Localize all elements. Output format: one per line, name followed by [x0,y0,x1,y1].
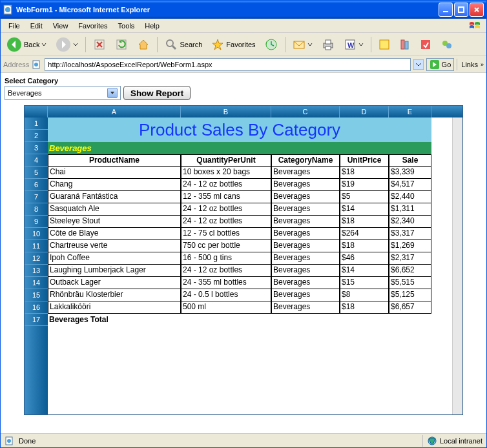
cell[interactable]: $5 [340,191,389,203]
col-header-a[interactable]: A [48,106,181,117]
menu-view[interactable]: View [48,21,74,31]
cell[interactable]: $8 [340,289,389,301]
cell[interactable]: Chai [48,167,181,179]
row-header[interactable]: 14 [25,277,48,289]
row-header[interactable]: 3 [25,142,48,154]
cell[interactable]: 10 boxes x 20 bags [181,167,271,179]
row-header[interactable]: 4 [25,154,48,167]
cell[interactable]: $6,652 [389,265,431,277]
cell[interactable]: $1,311 [389,203,431,216]
go-button[interactable]: Go [426,58,455,71]
table-row[interactable]: Lakkalikööri500 mlBeverages$18$6,657 [48,301,431,314]
extra-button-1[interactable] [417,36,435,54]
menu-edit[interactable]: Edit [25,21,48,31]
cell[interactable]: 24 - 0.5 l bottles [181,289,271,301]
cell[interactable]: Beverages [271,179,340,191]
cell[interactable]: $14 [340,265,389,277]
row-header[interactable]: 13 [25,265,48,277]
cell[interactable]: 24 - 12 oz bottles [181,179,271,191]
cell[interactable]: Côte de Blaye [48,228,181,240]
cell[interactable]: $6,657 [389,301,431,314]
row-header[interactable]: 9 [25,216,48,228]
cell[interactable]: $5,515 [389,277,431,289]
cell[interactable]: Beverages [271,203,340,216]
cell[interactable]: Rhönbräu Klosterbier [48,289,181,301]
row-header[interactable]: 15 [25,289,48,301]
col-header-d[interactable]: D [340,106,389,117]
cell[interactable]: Beverages [271,252,340,265]
table-row[interactable]: Rhönbräu Klosterbier24 - 0.5 l bottlesBe… [48,289,431,301]
cell[interactable]: Beverages [271,240,340,252]
col-header-b[interactable]: B [181,106,271,117]
row-header[interactable]: 1 [25,117,48,130]
cell[interactable]: $18 [340,167,389,179]
cell[interactable]: $18 [340,301,389,314]
menu-favorites[interactable]: Favorites [73,21,112,31]
cell[interactable]: Beverages [271,191,340,203]
col-header-c[interactable]: C [271,106,340,117]
row-header[interactable]: 17 [25,314,48,326]
table-row[interactable]: Guaraná Fantástica12 - 355 ml cansBevera… [48,191,431,203]
cell[interactable]: Chang [48,179,181,191]
row-header[interactable]: 6 [25,179,48,191]
chevron-down-icon[interactable] [413,59,424,70]
cell[interactable]: Sasquatch Ale [48,203,181,216]
cell[interactable]: Chartreuse verte [48,240,181,252]
back-button[interactable]: Back [3,36,50,54]
cell[interactable]: Beverages [271,301,340,314]
cell[interactable]: Beverages [271,289,340,301]
table-row[interactable]: Laughing Lumberjack Lager24 - 12 oz bott… [48,265,431,277]
cell[interactable]: Guaraná Fantástica [48,191,181,203]
row-header[interactable]: 10 [25,228,48,240]
maximize-button[interactable] [454,3,468,17]
refresh-button[interactable] [112,36,131,54]
row-header[interactable]: 7 [25,191,48,203]
grid-corner[interactable] [25,106,48,117]
show-report-button[interactable]: Show Report [123,86,191,100]
minimize-button[interactable] [439,3,453,17]
table-row[interactable]: Chang24 - 12 oz bottlesBeverages$19$4,51… [48,179,431,191]
cell[interactable]: $18 [340,216,389,228]
cell[interactable]: Laughing Lumberjack Lager [48,265,181,277]
table-row[interactable]: Steeleye Stout24 - 12 oz bottlesBeverage… [48,216,431,228]
row-header[interactable]: 11 [25,240,48,252]
favorites-button[interactable]: Favorites [208,36,258,54]
address-input[interactable] [45,58,410,71]
row-header[interactable]: 2 [25,130,48,142]
vertical-scrollbar[interactable] [452,117,462,414]
grid-cells[interactable]: Product Sales By Category Beverages Prod… [48,117,452,414]
cell[interactable]: $3,339 [389,167,431,179]
col-header-e[interactable]: E [389,106,431,117]
cell[interactable]: Beverages [271,167,340,179]
cell[interactable]: 750 cc per bottle [181,240,271,252]
cell[interactable]: Lakkalikööri [48,301,181,314]
cell[interactable]: Outback Lager [48,277,181,289]
cell[interactable]: Beverages [271,228,340,240]
table-row[interactable]: Outback Lager24 - 355 ml bottlesBeverage… [48,277,431,289]
cell[interactable]: $14 [340,203,389,216]
table-row[interactable]: Chai10 boxes x 20 bagsBeverages$18$3,339 [48,167,431,179]
row-header[interactable]: 5 [25,167,48,179]
cell[interactable]: $5,125 [389,289,431,301]
row-header[interactable]: 8 [25,203,48,216]
edit-button[interactable]: W [340,36,367,54]
cell[interactable]: $4,517 [389,179,431,191]
row-header[interactable]: 12 [25,252,48,265]
cell[interactable]: $2,440 [389,191,431,203]
research-button[interactable] [396,36,414,54]
mail-button[interactable] [289,36,316,54]
cell[interactable]: Beverages [271,216,340,228]
cell[interactable]: $2,340 [389,216,431,228]
cell[interactable]: 24 - 12 oz bottles [181,203,271,216]
table-row[interactable]: Ipoh Coffee16 - 500 g tinsBeverages$46$2… [48,252,431,265]
history-button[interactable] [262,36,281,54]
menu-help[interactable]: Help [140,21,165,31]
table-row[interactable]: Sasquatch Ale24 - 12 oz bottlesBeverages… [48,203,431,216]
messenger-button[interactable] [437,36,457,54]
menu-file[interactable]: File [3,21,25,31]
links-pane[interactable]: Links» [457,59,484,70]
home-button[interactable] [134,36,153,54]
cell[interactable]: 12 - 75 cl bottles [181,228,271,240]
cell[interactable]: Steeleye Stout [48,216,181,228]
cell[interactable]: Ipoh Coffee [48,252,181,265]
